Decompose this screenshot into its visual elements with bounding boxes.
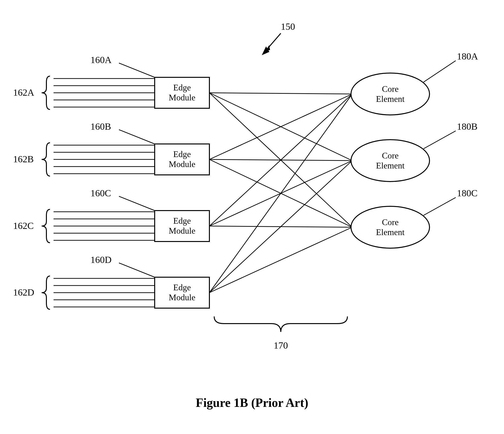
svg-point-44 [351,73,430,115]
svg-point-48 [351,206,430,248]
interconnect-lines [209,93,352,293]
svg-line-41 [209,94,352,293]
ref-170: 170 [274,340,288,351]
edge-module-A-line2: Module [169,93,195,102]
brace-D [42,276,50,309]
bottom-brace: 170 [214,316,347,351]
ref-150-text: 150 [281,21,295,32]
svg-line-38 [209,94,352,226]
core-B-line1: Core [382,151,399,160]
edge-module-A-line1: Edge [173,83,191,92]
edge-module-C-line2: Module [169,226,195,235]
ref-180A: 180A [457,51,478,62]
edge-module-B: 162B Edge Module 160B [13,121,209,176]
edge-module-D-line1: Edge [173,283,191,292]
core-element-A: Core Element 180A [351,51,478,115]
svg-point-46 [351,140,430,181]
core-C-line2: Element [376,227,405,237]
brace-ref-A: 162A [13,87,34,98]
edge-module-B-line2: Module [169,159,195,169]
brace-A [42,76,50,109]
brace-B [42,143,50,176]
figure-diagram: 150 162A Edge Module 160A 162B Edge [0,0,504,434]
edge-module-C-line1: Edge [173,216,191,226]
ref-150: 150 [262,21,295,55]
svg-line-24 [119,196,155,211]
svg-line-31 [119,263,155,277]
brace-ref-C: 162C [13,220,34,231]
edge-module-D: 162D Edge Module 160D [13,254,209,309]
svg-line-49 [423,198,456,215]
core-C-line1: Core [382,217,399,227]
edge-module-D-line2: Module [169,293,195,302]
brace-ref-B: 162B [13,154,34,164]
svg-line-10 [119,63,155,77]
ref-160B: 160B [90,121,111,132]
svg-line-45 [423,61,456,82]
ref-180B: 180B [457,121,477,132]
brace-ref-D: 162D [13,287,34,298]
svg-line-32 [209,93,352,94]
ref-160C: 160C [90,188,111,199]
core-A-line2: Element [376,94,405,104]
svg-line-17 [119,130,155,144]
svg-line-43 [209,227,352,293]
svg-line-35 [209,94,352,159]
ref-160A: 160A [90,54,112,65]
svg-line-47 [423,131,456,149]
core-A-line1: Core [382,84,399,94]
core-element-C: Core Element 180C [351,188,477,248]
core-element-B: Core Element 180B [351,121,477,181]
ref-160D: 160D [90,254,112,265]
edge-module-B-line1: Edge [173,149,191,159]
edge-module-A: 162A Edge Module 160A [13,54,209,109]
core-B-line2: Element [376,161,405,170]
svg-line-42 [209,161,352,293]
figure-caption: Figure 1B (Prior Art) [196,396,308,410]
edge-module-C: 162C Edge Module 160C [13,188,209,243]
ref-180C: 180C [457,188,477,199]
brace-C [42,209,50,243]
